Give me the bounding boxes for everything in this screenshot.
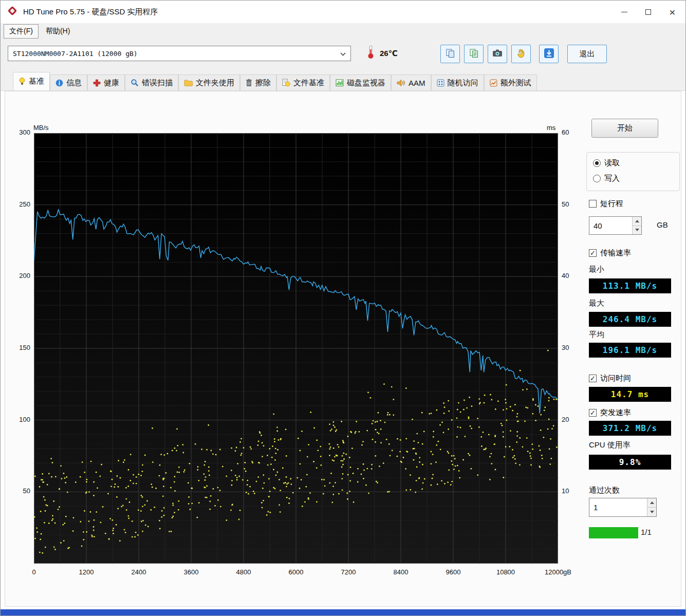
short-stroke-spinner xyxy=(632,217,641,234)
toolbar-button-copy-pages[interactable] xyxy=(440,45,460,63)
menu-file[interactable]: 文件(F) xyxy=(4,24,39,39)
max-value-display: 246.4 MB/s xyxy=(589,312,671,327)
tab-4[interactable]: 文件夹使用 xyxy=(178,74,240,90)
drive-select[interactable]: ST12000NM0007-2A1101 (12000 gB) xyxy=(8,46,351,61)
toolbar-buttons xyxy=(440,45,559,63)
tab-label: 擦除 xyxy=(255,78,271,88)
toolbar: ST12000NM0007-2A1101 (12000 gB) 26℃ 退出 xyxy=(1,40,685,72)
toolbar-button-download[interactable] xyxy=(539,45,559,63)
burst-rate-label: 突发速率 xyxy=(600,408,631,418)
close-button[interactable]: × xyxy=(660,1,684,23)
x-tick: 9600 xyxy=(430,568,476,576)
tab-2[interactable]: 健康 xyxy=(87,74,125,90)
tab-label: 错误扫描 xyxy=(142,78,173,88)
tab-label: 健康 xyxy=(104,78,119,88)
read-radio[interactable]: 读取 xyxy=(593,158,673,168)
access-time-label: 访问时间 xyxy=(600,374,631,383)
spinner-down[interactable] xyxy=(647,508,656,516)
spinner-down[interactable] xyxy=(633,226,641,235)
y-right-tick: 60 xyxy=(562,128,569,136)
y-right-unit-label: ms xyxy=(547,124,555,132)
y-right-tick: 30 xyxy=(562,344,569,351)
tab-bar: 基准信息健康错误扫描文件夹使用擦除文件基准磁盘监视器AAM随机访问额外测试 xyxy=(1,72,685,91)
hand-icon xyxy=(517,48,526,60)
exit-button[interactable]: 退出 xyxy=(567,45,607,63)
tab-8[interactable]: AAM xyxy=(391,74,431,90)
tab-3[interactable]: 错误扫描 xyxy=(125,74,178,90)
health-icon xyxy=(93,79,101,87)
tab-label: AAM xyxy=(409,79,425,87)
copy-pages-icon xyxy=(446,48,455,60)
taskbar-strip xyxy=(1,609,685,615)
tab-9[interactable]: 随机访问 xyxy=(431,74,484,90)
y-left-tick: 50 xyxy=(8,487,30,495)
x-tick: 2400 xyxy=(116,568,162,576)
tab-label: 基准 xyxy=(29,77,44,86)
app-window: HD Tune Pro 5.75 - 硬盘/SSD 实用程序 × 文件(F) 帮… xyxy=(0,0,686,616)
tab-5[interactable]: 擦除 xyxy=(240,74,276,90)
write-radio-label: 写入 xyxy=(604,174,620,183)
short-stroke-label: 短行程 xyxy=(600,199,623,209)
extra-icon xyxy=(490,79,497,87)
transfer-rate-checkbox[interactable]: 传输速率 xyxy=(589,248,631,258)
x-tick: 7200 xyxy=(325,568,372,576)
menu-help[interactable]: 帮助(H) xyxy=(41,25,75,38)
tab-label: 文件夹使用 xyxy=(196,78,234,88)
tab-1[interactable]: 信息 xyxy=(50,74,87,90)
y-left-tick: 300 xyxy=(8,128,30,136)
tab-7[interactable]: 磁盘监视器 xyxy=(330,74,391,90)
tab-0[interactable]: 基准 xyxy=(13,72,50,90)
passes-label: 通过次数 xyxy=(589,486,620,495)
camera-icon xyxy=(492,49,503,59)
copy-color-icon xyxy=(469,48,479,60)
x-tick: 10800 xyxy=(483,568,529,576)
start-button[interactable]: 开始 xyxy=(591,119,658,138)
y-left-tick: 200 xyxy=(8,272,30,279)
minimize-button[interactable] xyxy=(612,1,636,23)
write-radio[interactable]: 写入 xyxy=(593,174,673,183)
passes-spinner xyxy=(647,498,656,516)
tab-10[interactable]: 额外测试 xyxy=(484,74,537,90)
spinner-up[interactable] xyxy=(633,217,641,226)
radio-unselected-icon xyxy=(593,175,601,182)
passes-input[interactable]: 1 xyxy=(589,498,657,517)
tab-6[interactable]: 文件基准 xyxy=(276,74,330,90)
x-tick: 6000 xyxy=(273,568,319,576)
burst-rate-display: 371.2 MB/s xyxy=(589,421,671,436)
menu-bar: 文件(F) 帮助(H) xyxy=(1,23,685,40)
y-right-tick: 10 xyxy=(562,487,569,495)
access-time-display: 14.7 ms xyxy=(589,387,671,402)
checkbox-unchecked-icon xyxy=(589,200,597,208)
burst-rate-checkbox[interactable]: 突发速率 xyxy=(589,408,631,418)
avg-value-display: 196.1 MB/s xyxy=(589,343,671,358)
bulb-icon xyxy=(18,77,26,86)
toolbar-button-camera[interactable] xyxy=(488,45,507,63)
toolbar-button-hand[interactable] xyxy=(511,45,531,63)
checkbox-checked-icon xyxy=(589,375,597,382)
y-left-unit-label: MB/s xyxy=(33,124,49,132)
erase-icon xyxy=(246,79,252,87)
tab-label: 磁盘监视器 xyxy=(347,78,385,88)
temperature-value: 26℃ xyxy=(380,49,398,58)
maximize-icon xyxy=(645,9,651,15)
min-label: 最小 xyxy=(589,265,604,274)
chevron-down-icon xyxy=(340,50,346,58)
y-right-tick: 50 xyxy=(562,200,569,208)
window-controls: × xyxy=(612,1,684,23)
progress-text: 1/1 xyxy=(641,528,652,536)
short-stroke-input[interactable]: 40 xyxy=(589,216,642,235)
title-bar: HD Tune Pro 5.75 - 硬盘/SSD 实用程序 × xyxy=(1,1,685,23)
avg-label: 平均 xyxy=(589,330,604,340)
gb-label: GB xyxy=(657,220,668,229)
short-stroke-checkbox[interactable]: 短行程 xyxy=(589,199,623,209)
x-tick: 12000gB xyxy=(535,568,581,576)
toolbar-button-copy-color[interactable] xyxy=(464,45,484,63)
radio-selected-icon xyxy=(593,159,601,167)
access-time-checkbox[interactable]: 访问时间 xyxy=(589,374,631,383)
checkbox-checked-icon xyxy=(589,409,597,417)
spinner-up[interactable] xyxy=(647,498,656,508)
maximize-button[interactable] xyxy=(636,1,660,23)
close-icon: × xyxy=(669,7,675,17)
cpu-usage-label: CPU 使用率 xyxy=(589,440,631,450)
x-tick: 3600 xyxy=(168,568,214,576)
